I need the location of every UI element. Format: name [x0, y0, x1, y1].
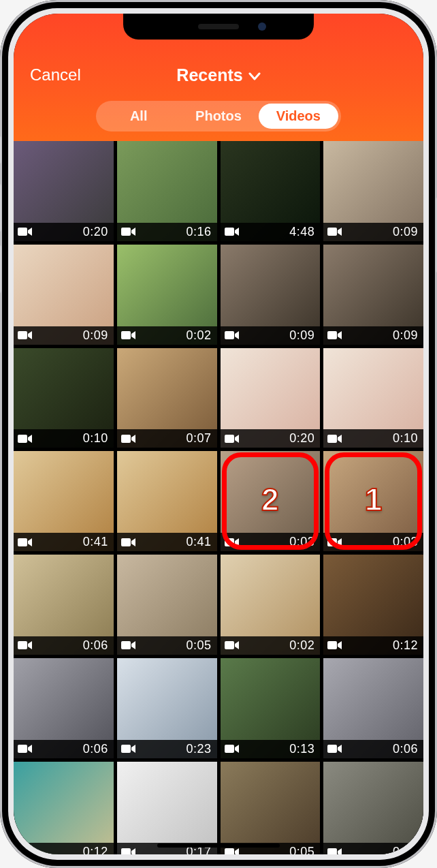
svg-rect-12	[18, 538, 27, 546]
duration-label: 0:20	[289, 431, 314, 446]
video-camera-icon	[121, 226, 136, 237]
duration-label: 0:07	[186, 431, 211, 446]
video-thumbnail[interactable]: 0:10	[323, 348, 423, 448]
video-camera-icon	[121, 847, 136, 854]
duration-label: 0:03	[289, 535, 314, 549]
duration-label: 0:12	[83, 845, 108, 854]
video-thumbnail[interactable]: 0:18	[323, 762, 423, 855]
home-indicator[interactable]	[157, 843, 280, 848]
video-thumbnail[interactable]: 0:02	[117, 245, 217, 345]
media-filter-segmented: AllPhotosVideos	[96, 101, 341, 131]
video-thumbnail[interactable]: 0:05	[117, 555, 217, 655]
video-camera-icon	[225, 433, 240, 444]
svg-rect-0	[18, 228, 27, 236]
video-thumbnail[interactable]: 0:07	[117, 348, 217, 448]
screen: Cancel Recents AllPhotosVideos 0:200:164…	[14, 14, 423, 854]
mute-switch	[0, 136, 1, 164]
video-camera-icon	[18, 433, 33, 444]
svg-rect-23	[327, 745, 337, 753]
video-camera-icon	[121, 330, 136, 341]
svg-rect-11	[327, 435, 337, 443]
video-thumbnail[interactable]: 0:09	[323, 141, 423, 241]
video-camera-icon	[327, 226, 342, 237]
svg-rect-22	[225, 745, 234, 753]
svg-rect-2	[225, 228, 234, 236]
video-camera-icon	[327, 847, 342, 854]
cancel-button[interactable]: Cancel	[30, 65, 81, 84]
video-camera-icon	[121, 743, 136, 754]
duration-bar: 0:02	[117, 326, 217, 345]
duration-label: 0:13	[289, 742, 314, 756]
video-thumbnail[interactable]: 0:10	[14, 348, 114, 448]
video-thumbnail[interactable]: 0:20	[221, 348, 321, 448]
video-thumbnail[interactable]: 4:48	[221, 141, 321, 241]
filter-tab-photos[interactable]: Photos	[178, 104, 258, 129]
duration-bar: 0:05	[117, 636, 217, 655]
video-thumbnail[interactable]: 0:13	[221, 658, 321, 758]
duration-label: 0:02	[289, 638, 314, 653]
video-camera-icon	[225, 226, 240, 237]
svg-rect-14	[225, 538, 234, 546]
duration-label: 0:09	[393, 328, 418, 343]
video-camera-icon	[18, 226, 33, 237]
video-camera-icon	[327, 433, 342, 444]
duration-label: 0:06	[83, 638, 108, 653]
video-thumbnail[interactable]: 0:09	[221, 245, 321, 345]
duration-label: 0:06	[83, 742, 108, 756]
duration-label: 0:41	[186, 535, 211, 549]
volume-up-button	[0, 184, 1, 232]
filter-tab-all[interactable]: All	[99, 104, 178, 129]
video-camera-icon	[327, 640, 342, 651]
svg-rect-25	[121, 848, 131, 854]
video-camera-icon	[327, 537, 342, 548]
thumbnail-image	[14, 762, 114, 855]
video-thumbnail[interactable]: 0:032	[221, 451, 321, 551]
svg-rect-16	[18, 641, 27, 649]
duration-label: 0:09	[289, 328, 314, 343]
video-thumbnail[interactable]: 0:06	[14, 658, 114, 758]
video-thumbnail[interactable]: 0:031	[323, 451, 423, 551]
duration-label: 0:23	[186, 742, 211, 756]
duration-bar: 0:09	[323, 223, 423, 241]
svg-rect-6	[225, 331, 234, 339]
video-thumbnail[interactable]: 0:12	[14, 762, 114, 855]
notch	[123, 14, 314, 40]
duration-bar: 0:03	[221, 533, 321, 551]
svg-rect-19	[327, 641, 337, 649]
duration-label: 0:09	[83, 328, 108, 343]
video-thumbnail[interactable]: 0:09	[323, 245, 423, 345]
duration-label: 0:09	[393, 225, 418, 239]
duration-label: 0:12	[393, 638, 418, 653]
video-thumbnail[interactable]: 0:12	[323, 555, 423, 655]
thumbnail-image	[117, 762, 217, 855]
video-camera-icon	[327, 743, 342, 754]
video-thumbnail[interactable]: 0:06	[14, 555, 114, 655]
video-thumbnail[interactable]: 0:02	[221, 555, 321, 655]
video-thumbnail[interactable]: 0:20	[14, 141, 114, 241]
video-camera-icon	[225, 330, 240, 341]
duration-bar: 0:12	[14, 843, 114, 854]
video-camera-icon	[121, 433, 136, 444]
duration-bar: 0:06	[14, 636, 114, 655]
video-thumbnail[interactable]: 0:41	[14, 451, 114, 551]
video-thumbnail[interactable]: 0:17	[117, 762, 217, 855]
duration-label: 0:10	[83, 431, 108, 446]
video-thumbnail[interactable]: 0:06	[323, 658, 423, 758]
svg-rect-3	[327, 228, 337, 236]
video-thumbnail[interactable]: 0:09	[14, 245, 114, 345]
video-thumbnail[interactable]: 0:23	[117, 658, 217, 758]
video-thumbnail[interactable]: 0:05	[221, 762, 321, 855]
duration-label: 0:05	[186, 638, 211, 653]
svg-rect-27	[327, 848, 337, 854]
duration-bar: 0:06	[14, 740, 114, 758]
duration-bar: 0:23	[117, 740, 217, 758]
volume-down-button	[0, 245, 1, 293]
filter-tab-videos[interactable]: Videos	[259, 104, 338, 129]
video-thumbnail[interactable]: 0:41	[117, 451, 217, 551]
video-thumbnail[interactable]: 0:16	[117, 141, 217, 241]
duration-bar: 0:10	[323, 429, 423, 448]
svg-rect-5	[121, 331, 131, 339]
duration-bar: 0:06	[323, 740, 423, 758]
video-camera-icon	[18, 640, 33, 651]
svg-rect-15	[327, 538, 337, 546]
